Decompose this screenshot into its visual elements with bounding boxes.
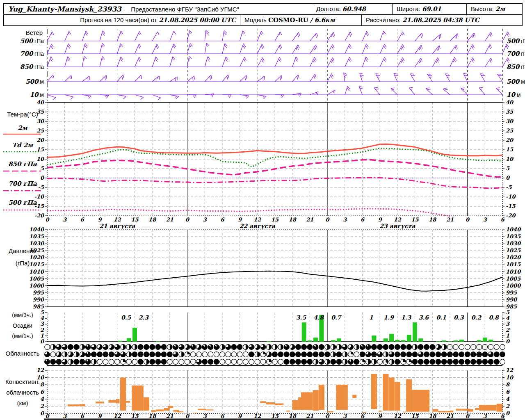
cloud-okta-symbol bbox=[161, 352, 167, 357]
precip-bar bbox=[454, 340, 458, 342]
wind-barb bbox=[292, 45, 299, 54]
wind-level-label: 10 м bbox=[507, 91, 520, 98]
svg-text:985: 985 bbox=[33, 304, 44, 310]
wind-barb bbox=[170, 31, 176, 41]
wind-barb bbox=[362, 44, 368, 54]
wind-barb bbox=[327, 90, 335, 95]
svg-text:0: 0 bbox=[506, 410, 510, 416]
cloud-okta-symbol bbox=[406, 345, 412, 350]
wind-barb bbox=[409, 87, 415, 95]
cloud-okta-symbol bbox=[97, 359, 103, 365]
wind-barb bbox=[240, 75, 247, 82]
wind-barb bbox=[411, 74, 415, 82]
wind-barb bbox=[135, 95, 143, 100]
convective-panel: 121210108866442200 bbox=[37, 367, 514, 416]
wind-barb bbox=[47, 44, 53, 54]
wind-barb bbox=[100, 43, 105, 54]
svg-text:6: 6 bbox=[500, 217, 505, 223]
svg-text:1040: 1040 bbox=[29, 226, 45, 233]
svg-text:21: 21 bbox=[166, 413, 173, 419]
svg-text:1025: 1025 bbox=[506, 247, 521, 253]
svg-text:1.9: 1.9 bbox=[383, 314, 394, 321]
wind-barb bbox=[65, 95, 73, 99]
wind-barb bbox=[257, 57, 264, 67]
svg-text:0: 0 bbox=[185, 413, 190, 419]
svg-text:5: 5 bbox=[506, 165, 510, 171]
wind-barb bbox=[468, 33, 475, 41]
cloud-okta-symbol bbox=[494, 352, 499, 357]
precip-bar bbox=[459, 340, 464, 342]
cloud-okta-symbol bbox=[319, 352, 324, 357]
cloud-okta-symbol bbox=[132, 352, 137, 357]
wind-barb bbox=[135, 32, 141, 41]
svg-text:0: 0 bbox=[185, 217, 190, 223]
cloud-okta-symbol bbox=[45, 345, 50, 350]
svg-text:20: 20 bbox=[506, 137, 514, 143]
cloud-okta-symbol bbox=[500, 359, 505, 365]
wind-barb bbox=[100, 75, 107, 82]
svg-text:15: 15 bbox=[411, 217, 419, 223]
cloud-okta-symbol bbox=[418, 345, 423, 350]
cloud-okta-symbol bbox=[465, 359, 470, 365]
cloud-row bbox=[45, 352, 505, 357]
wind-barb bbox=[135, 44, 141, 54]
cloud-okta-symbol bbox=[477, 352, 482, 357]
convective-cloud-bar bbox=[164, 408, 170, 411]
precip-bar bbox=[436, 341, 441, 342]
convective-cloud-bar bbox=[206, 409, 213, 410]
wind-barb bbox=[47, 75, 54, 82]
svg-text:0.8: 0.8 bbox=[488, 314, 499, 321]
svg-text:8: 8 bbox=[506, 381, 510, 388]
cloud-okta-symbol bbox=[190, 359, 196, 365]
wind-barb bbox=[152, 32, 159, 41]
cloud-okta-symbol bbox=[155, 345, 161, 350]
cloud-okta-symbol bbox=[488, 345, 493, 350]
convective-cloud-bar bbox=[79, 404, 85, 406]
svg-text:12: 12 bbox=[114, 413, 121, 419]
cloud-okta-symbol bbox=[453, 345, 459, 350]
svg-text:6: 6 bbox=[40, 389, 45, 395]
cloud-okta-symbol bbox=[447, 345, 453, 350]
wind-barb bbox=[380, 31, 386, 41]
precip-bar bbox=[302, 322, 306, 342]
svg-text:6: 6 bbox=[80, 217, 85, 223]
cloud-okta-symbol bbox=[395, 345, 400, 350]
wind-barb bbox=[468, 44, 475, 54]
wind-level-label: 850 гПа bbox=[507, 63, 525, 71]
cloud-okta-symbol bbox=[50, 359, 56, 365]
wind-barb bbox=[345, 32, 352, 41]
cloud-okta-symbol bbox=[336, 359, 342, 365]
cloud-okta-symbol bbox=[214, 359, 219, 365]
svg-text:0: 0 bbox=[466, 217, 470, 223]
cloud-okta-symbol bbox=[389, 345, 394, 350]
svg-text:1010: 1010 bbox=[506, 269, 521, 275]
wind-barb bbox=[292, 32, 300, 41]
convective-cloud-bar bbox=[132, 386, 143, 411]
cloud-okta-symbol bbox=[278, 352, 283, 357]
cloud-okta-symbol bbox=[237, 352, 242, 357]
svg-text:-20: -20 bbox=[34, 212, 45, 219]
svg-text:0: 0 bbox=[326, 413, 330, 419]
cloud-okta-symbol bbox=[190, 352, 196, 357]
cloud-okta-symbol bbox=[97, 352, 103, 357]
cloud-okta-symbol bbox=[319, 345, 324, 350]
cloud-okta-symbol bbox=[360, 352, 365, 357]
svg-text:2.3: 2.3 bbox=[139, 314, 149, 321]
wind-barb bbox=[374, 87, 380, 95]
cloud-okta-symbol bbox=[161, 345, 167, 350]
cloud-okta-symbol bbox=[284, 352, 289, 357]
cloud-okta-symbol bbox=[243, 352, 248, 357]
wind-barb bbox=[257, 76, 265, 82]
svg-text:12: 12 bbox=[394, 217, 402, 223]
cloud-okta-symbol bbox=[447, 352, 453, 357]
cloud-okta-symbol bbox=[249, 352, 254, 357]
wind-barb bbox=[240, 95, 249, 98]
svg-text:18: 18 bbox=[429, 217, 437, 223]
convective-cloud-bar bbox=[395, 382, 400, 411]
convective-cloud-bar bbox=[313, 390, 319, 411]
cloud-okta-symbol bbox=[401, 352, 406, 357]
cloud-okta-symbol bbox=[307, 359, 313, 365]
cloud-okta-symbol bbox=[161, 359, 167, 365]
svg-text:35: 35 bbox=[506, 109, 514, 115]
wind-barb bbox=[170, 95, 179, 99]
